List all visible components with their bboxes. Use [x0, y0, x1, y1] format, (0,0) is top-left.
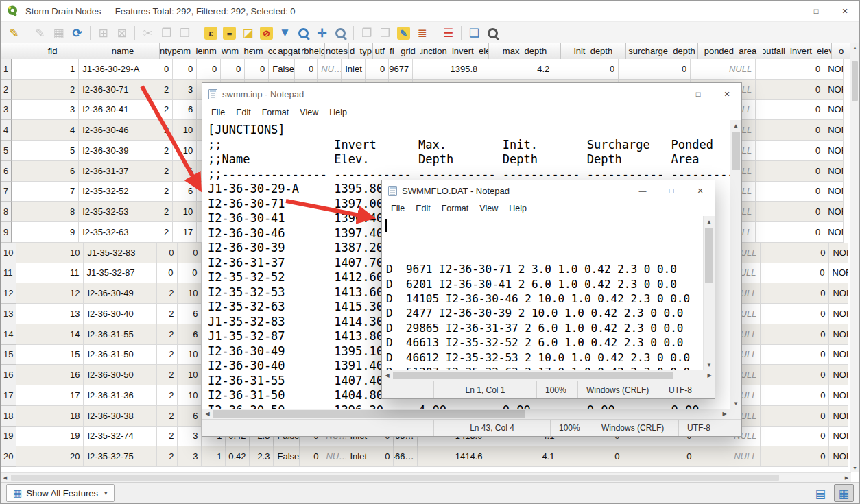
row-number[interactable]: 11 [1, 263, 16, 284]
column-header-outfall_invert_elev[interactable]: outfall_invert_elev [763, 43, 832, 59]
cell-outfall_invert_elev[interactable]: 0 [756, 141, 824, 161]
scroll-right-icon[interactable]: ▶ [704, 370, 715, 381]
cell-notes[interactable]: NU… [322, 446, 346, 467]
column-header-flapgate[interactable]: apgat [276, 43, 302, 59]
cell-nm_len[interactable]: 10 [178, 283, 202, 304]
row-number[interactable]: 13 [1, 304, 16, 324]
cell-outfall_invert_elev[interactable]: 0 [756, 120, 824, 141]
menu-view[interactable]: View [474, 204, 503, 213]
column-header-nm_he[interactable]: nm_he [228, 43, 252, 59]
cell-outfall_invert_elev[interactable]: 0 [761, 304, 829, 324]
cell-intype[interactable]: 2 [152, 100, 173, 121]
select-by-form-button[interactable]: ▼ [276, 25, 294, 42]
cell-intype[interactable]: 2 [157, 324, 178, 345]
cell-fid[interactable]: 20 [16, 446, 84, 467]
qgis-minimize-button[interactable]: — [773, 1, 802, 21]
menu-edit[interactable]: Edit [410, 204, 436, 213]
vertical-scroll-thumb[interactable] [705, 228, 713, 283]
row-number[interactable]: 2 [1, 80, 12, 100]
cell-name[interactable]: I2-35-32-75 [84, 446, 157, 467]
cell-fid[interactable]: 12 [16, 283, 84, 304]
cell-nm_len[interactable]: 0 [178, 263, 202, 284]
toggle-editing-button[interactable]: ✎ [5, 25, 23, 42]
cell-intype[interactable]: 2 [157, 365, 178, 385]
cell-nm_len[interactable]: 17 [173, 222, 197, 243]
actions-button[interactable] [484, 25, 501, 42]
cell-outfall_type[interactable]: NOR [824, 222, 844, 243]
cell-nm_len[interactable]: 6 [178, 324, 202, 345]
pan-to-selection-button[interactable]: ✛ [313, 25, 331, 42]
cell-max_depth[interactable]: 4.2 [481, 59, 553, 80]
cell-fid[interactable]: 10 [16, 243, 84, 263]
cell-fid[interactable]: 3 [12, 100, 79, 121]
cell-outfall_type[interactable]: NOR [824, 59, 844, 80]
notepad-inp-close-button[interactable]: ✕ [713, 83, 741, 105]
scroll-up-icon[interactable]: ▲ [850, 43, 859, 52]
cell-intype[interactable]: 2 [157, 283, 178, 304]
cell-outfall_type[interactable]: NOR [824, 100, 844, 121]
cell-notes[interactable]: NU… [318, 59, 342, 80]
column-header-outf_flo[interactable]: utf_fl [373, 43, 396, 59]
flash-features-button[interactable] [332, 25, 349, 42]
column-header-fid[interactable]: fid [19, 43, 86, 59]
cell-intype[interactable]: 2 [157, 446, 178, 467]
cell-outfall_type[interactable]: NOR [829, 427, 848, 447]
cell-outfall_invert_elev[interactable]: 0 [756, 182, 824, 202]
cell-intype[interactable]: 2 [157, 406, 178, 427]
row-number[interactable]: 18 [1, 406, 16, 427]
cell-outfall_type[interactable]: NOR [829, 446, 848, 467]
cell-flapgate[interactable]: False [274, 446, 300, 467]
cell-outfall_invert_elev[interactable]: 0 [761, 324, 829, 345]
cell-outfall_type[interactable]: NOR [824, 202, 844, 222]
cell-outf_flo[interactable]: 0 [370, 446, 394, 467]
notepad-dat-text-area[interactable]: D 9671 I2-36-30-71 2 3.0 1.0 0.42 2.3 0 … [382, 216, 703, 370]
cell-nm_len[interactable]: 6 [173, 182, 197, 202]
column-header-outfall_type[interactable]: o [832, 43, 851, 59]
cell-nm_len[interactable]: 10 [178, 365, 202, 385]
cell-outfall_type[interactable]: NOR [824, 80, 844, 100]
menu-view[interactable]: View [294, 108, 324, 117]
column-header-nm_len[interactable]: nm_ler [180, 43, 204, 59]
cell-name[interactable]: I2-36-30-39 [79, 141, 152, 161]
select-by-expression-button[interactable]: ε [202, 25, 219, 42]
cell-nm_len[interactable]: 0 [178, 243, 202, 263]
cell-intype[interactable]: 2 [152, 141, 173, 161]
cell-curbheight[interactable]: 0 [300, 446, 322, 467]
cell-outfall_invert_elev[interactable]: 0 [756, 59, 824, 80]
cell-fid[interactable]: 6 [12, 161, 79, 182]
scroll-up-icon[interactable]: ▲ [704, 216, 715, 227]
row-number[interactable]: 12 [1, 283, 16, 304]
cell-ponded_area[interactable]: NULL [695, 446, 761, 467]
row-number[interactable]: 14 [1, 324, 16, 345]
cell-nm_len[interactable]: 10 [173, 120, 197, 141]
cell-surcharge_depth[interactable]: 0 [623, 446, 695, 467]
cell-name[interactable]: I2-35-32-52 [79, 182, 152, 202]
cell-nm_len[interactable]: 6 [173, 100, 197, 121]
cell-nm_len[interactable]: 3 [178, 446, 202, 467]
column-header-nm_co[interactable]: nm_co [252, 43, 276, 59]
form-view-button[interactable]: ▤ [811, 484, 831, 502]
cell-outfall_type[interactable]: NOR [829, 385, 848, 406]
column-header-surcharge_depth[interactable]: surcharge_depth [626, 43, 698, 59]
cell-nm_len[interactable]: 6 [178, 406, 202, 427]
cell-outfall_type[interactable]: NOR [829, 345, 848, 365]
cell-intype[interactable]: 2 [152, 80, 173, 100]
cell-name[interactable]: I2-36-30-50 [84, 365, 157, 385]
select-all-button[interactable]: ≡ [221, 25, 238, 42]
cell-outfall_type[interactable]: NOR [824, 182, 844, 202]
cell-fid[interactable]: 9 [12, 222, 79, 243]
cell-fid[interactable]: 1 [12, 59, 79, 80]
column-header-init_depth[interactable]: init_depth [561, 43, 626, 59]
cell-name[interactable]: I2-36-30-71 [79, 80, 152, 100]
column-header-ponded_area[interactable]: ponded_area [698, 43, 763, 59]
qgis-close-button[interactable]: ✕ [831, 1, 859, 21]
cell-intype[interactable]: 0 [157, 263, 178, 284]
notepad-dat-horizontal-scrollbar[interactable]: ◀ ▶ [382, 370, 715, 381]
scroll-right-icon[interactable]: ▶ [842, 473, 851, 482]
menu-file[interactable]: File [385, 204, 410, 213]
deselect-all-button[interactable]: ⊘ [258, 25, 275, 42]
row-number[interactable]: 5 [1, 141, 12, 161]
reload-table-button[interactable]: ⟳ [69, 25, 86, 42]
cell-sd_type[interactable]: Inlet [346, 446, 370, 467]
menu-help[interactable]: Help [503, 204, 532, 213]
